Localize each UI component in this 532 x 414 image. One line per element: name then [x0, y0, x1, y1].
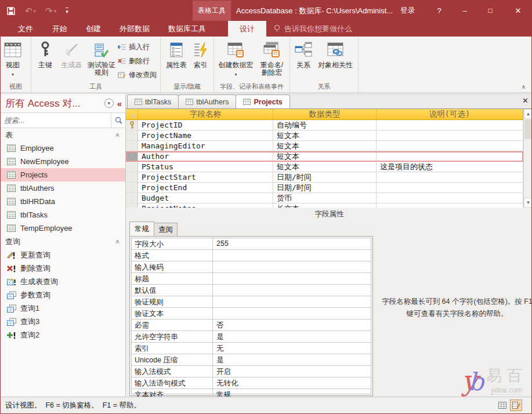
field-name-cell[interactable]: Budget: [138, 193, 273, 204]
nav-section-queries[interactable]: 查询 »: [1, 235, 125, 248]
save-button[interactable]: [6, 6, 16, 16]
builder-button[interactable]: 生成器: [57, 39, 85, 83]
property-sheet-button[interactable]: 属性表: [162, 39, 190, 83]
scrollbar-thumb[interactable]: [524, 119, 532, 139]
description-cell[interactable]: [377, 204, 523, 208]
description-cell[interactable]: [377, 151, 523, 162]
collapse-ribbon-button[interactable]: ∧: [522, 83, 526, 90]
field-row-projectid[interactable]: ProjectID 自动编号: [126, 120, 523, 130]
property-value[interactable]: [213, 296, 371, 307]
sidebar-item-parameter-query[interactable]: 参数查询: [1, 288, 125, 302]
object-dependencies-button[interactable]: 对象相关性: [315, 39, 356, 83]
tab-file[interactable]: 文件: [8, 21, 43, 37]
property-value[interactable]: 是: [213, 331, 371, 342]
data-type-cell[interactable]: 短文本: [273, 162, 377, 172]
tab-create[interactable]: 创建: [77, 21, 110, 37]
data-type-cell[interactable]: 短文本: [273, 151, 377, 162]
sidebar-item-update-query[interactable]: 更新查询: [1, 248, 125, 262]
property-value[interactable]: 无转化: [213, 377, 371, 388]
close-document-button[interactable]: ✕: [522, 96, 529, 105]
field-name-cell[interactable]: ProjectEnd: [138, 183, 273, 193]
create-data-macros-button[interactable]: 创建数据宏 ▾: [216, 39, 256, 83]
modify-lookups-button[interactable]: 修改查阅: [118, 69, 157, 81]
data-type-cell[interactable]: 货币: [273, 193, 377, 204]
property-value[interactable]: [213, 285, 371, 296]
row-selector[interactable]: [126, 130, 138, 141]
tab-home[interactable]: 开始: [43, 21, 77, 37]
redo-button[interactable]: ↷▾: [45, 6, 56, 16]
field-name-cell[interactable]: ProjectNotes: [138, 204, 273, 208]
property-value[interactable]: [213, 308, 371, 319]
close-button[interactable]: ✕: [506, 1, 530, 21]
data-type-cell[interactable]: 短文本: [273, 130, 377, 141]
tab-design[interactable]: 设计: [228, 21, 266, 37]
doc-tab-tbltasks[interactable]: tblTasks: [127, 95, 179, 108]
row-selector[interactable]: [126, 162, 138, 172]
property-value[interactable]: 是: [213, 354, 371, 365]
data-type-cell[interactable]: 长文本: [273, 204, 377, 208]
delete-rows-button[interactable]: 删除行: [118, 55, 157, 67]
view-button[interactable]: 视图 ▾: [2, 39, 23, 83]
data-type-cell[interactable]: 日期/时间: [273, 172, 377, 183]
scroll-down-button[interactable]: ▼: [524, 198, 532, 208]
field-row-projectend[interactable]: ProjectEnd 日期/时间: [126, 183, 523, 193]
grid-vertical-scrollbar[interactable]: ▲ ▼: [523, 109, 532, 208]
indexes-button[interactable]: 索引: [190, 39, 211, 83]
datasheet-view-button[interactable]: [496, 400, 508, 411]
description-cell[interactable]: [377, 141, 523, 151]
sidebar-item-query1[interactable]: 查询1: [1, 302, 125, 315]
tab-general[interactable]: 常规: [129, 221, 154, 236]
tell-me-box[interactable]: 告诉我你想要做什么: [269, 21, 357, 37]
undo-button[interactable]: ↶▾: [25, 6, 36, 16]
description-cell[interactable]: 这是项目的状态: [377, 162, 523, 172]
field-name-cell[interactable]: Author: [138, 151, 273, 162]
property-value[interactable]: 否: [213, 319, 371, 331]
design-view-button[interactable]: [510, 400, 522, 411]
property-value[interactable]: 255: [213, 238, 371, 249]
row-selector[interactable]: [126, 193, 138, 204]
description-cell[interactable]: [377, 193, 523, 204]
sidebar-item-query2[interactable]: 查询2: [1, 328, 125, 342]
field-row-managingeditor[interactable]: ManagingEditor 短文本: [126, 141, 523, 151]
shutter-bar-close-button[interactable]: «: [117, 99, 122, 108]
scroll-up-button[interactable]: ▲: [524, 109, 532, 119]
sidebar-item-delete-query[interactable]: 删除查询: [1, 262, 125, 275]
test-validation-rules-button[interactable]: 测试验证规则: [85, 39, 118, 83]
field-row-budget[interactable]: Budget 货币: [126, 193, 523, 204]
row-selector[interactable]: [126, 172, 138, 183]
doc-tab-projects[interactable]: Projects: [236, 95, 289, 108]
field-row-projectname[interactable]: ProjectName 短文本: [126, 130, 523, 141]
description-cell[interactable]: [377, 172, 523, 183]
sidebar-item-projects[interactable]: Projects: [1, 168, 125, 181]
minimize-button[interactable]: –: [454, 1, 475, 21]
description-cell[interactable]: [377, 183, 523, 193]
help-button[interactable]: ?: [431, 1, 447, 21]
sidebar-item-query3[interactable]: 查询3: [1, 315, 125, 328]
doc-tab-tblauthers[interactable]: tblAuthers: [178, 95, 236, 108]
nav-section-tables[interactable]: 表 »: [1, 128, 125, 141]
field-name-cell[interactable]: ProjectName: [138, 130, 273, 141]
row-selector[interactable]: [126, 141, 138, 151]
data-type-cell[interactable]: 短文本: [273, 141, 377, 151]
sign-in-button[interactable]: 登录: [397, 1, 418, 21]
field-name-cell[interactable]: ProjectStart: [138, 172, 273, 183]
description-cell[interactable]: [377, 120, 523, 130]
property-value[interactable]: 开启: [213, 366, 371, 377]
row-selector[interactable]: [126, 120, 138, 130]
tab-lookup[interactable]: 查阅: [154, 223, 178, 236]
property-value[interactable]: [213, 273, 371, 284]
field-row-pstatus[interactable]: PStatus 短文本 这是项目的状态: [126, 162, 523, 172]
sidebar-item-make-table-query[interactable]: 生成表查询: [1, 275, 125, 288]
sidebar-item-tbltasks[interactable]: tblTasks: [1, 208, 125, 221]
sidebar-item-tempemployee[interactable]: TempEmployee: [1, 221, 125, 235]
tab-database-tools[interactable]: 数据库工具: [159, 21, 215, 37]
field-row-author-current[interactable]: Author 短文本: [126, 151, 523, 162]
property-value[interactable]: [213, 250, 371, 261]
primary-key-button[interactable]: 主键: [33, 39, 57, 83]
field-name-cell[interactable]: ManagingEditor: [138, 141, 273, 151]
search-icon[interactable]: [111, 117, 125, 124]
data-type-cell[interactable]: 日期/时间: [273, 183, 377, 193]
sidebar-item-tblauthers[interactable]: tblAuthers: [1, 181, 125, 195]
tab-external-data[interactable]: 外部数据: [110, 21, 159, 37]
field-name-cell[interactable]: ProjectID: [138, 120, 273, 130]
